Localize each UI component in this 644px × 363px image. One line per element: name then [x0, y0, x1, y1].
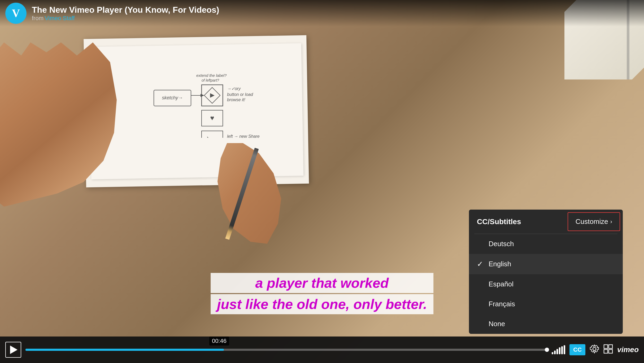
video-from: from Vimeo Staff [32, 15, 219, 22]
svg-text:→✓ory: →✓ory [227, 86, 241, 91]
video-title: The New Vimeo Player (You Know, For Vide… [32, 5, 219, 15]
author-link[interactable]: Vimeo Staff [45, 15, 75, 21]
cc-option-label-english: English [489, 260, 511, 268]
cc-option-deutsch[interactable]: Deutsch [469, 234, 623, 254]
controls-bar: 00:46 CC [0, 337, 644, 363]
play-button[interactable] [5, 342, 21, 358]
cc-option-label-espanol: Español [489, 280, 514, 288]
settings-button[interactable] [590, 344, 599, 356]
customize-button[interactable]: Customize › [568, 212, 620, 231]
title-area: The New Vimeo Player (You Know, For Vide… [32, 5, 219, 22]
cc-option-none[interactable]: None [469, 314, 623, 334]
svg-text:browse it!: browse it! [227, 98, 245, 102]
progress-bar[interactable]: 00:46 [25, 349, 547, 351]
cc-button[interactable]: CC [569, 344, 585, 355]
subtitle-line-2: just like the old one, only better. [211, 294, 433, 314]
cc-button-label: CC [573, 346, 582, 353]
vol-bar-1 [552, 352, 553, 354]
check-icon: ✓ [477, 260, 484, 268]
time-badge: 00:46 [209, 337, 229, 346]
cc-title: CC/Subtitles [469, 211, 565, 232]
svg-rect-19 [604, 345, 608, 348]
svg-rect-20 [609, 345, 612, 348]
cc-option-francais[interactable]: Français [469, 294, 623, 314]
play-icon [10, 346, 18, 354]
svg-text:of leftpart?: of leftpart? [202, 78, 219, 82]
cc-option-english[interactable]: ✓ English [469, 254, 623, 274]
svg-rect-22 [609, 349, 612, 353]
customize-label: Customize [576, 218, 608, 226]
fullscreen-button[interactable] [603, 344, 613, 356]
svg-point-18 [593, 347, 596, 351]
progress-scrubber[interactable] [545, 348, 549, 352]
gear-icon [590, 344, 599, 354]
cc-header: CC/Subtitles Customize › [469, 210, 623, 234]
cc-option-label-none: None [489, 320, 505, 328]
vimeo-watermark: vimeo [617, 346, 639, 354]
subtitle-container: a player that worked just like the old o… [211, 273, 433, 315]
chevron-right-icon: › [610, 218, 612, 225]
cc-option-espanol[interactable]: Español [469, 274, 623, 294]
svg-text:▶: ▶ [210, 92, 215, 98]
svg-rect-21 [604, 349, 608, 353]
svg-text:extend the label?: extend the label? [196, 73, 227, 78]
cc-subtitles-dropdown: CC/Subtitles Customize › Deutsch ✓ Engli… [469, 210, 623, 334]
svg-marker-6 [201, 94, 204, 97]
vol-bar-6 [564, 345, 565, 354]
svg-text:left → new Share: left → new Share [227, 134, 260, 138]
vimeo-v-icon: V [12, 7, 20, 20]
subtitle-line-1: a player that worked [211, 273, 433, 293]
cc-option-label-deutsch: Deutsch [489, 240, 514, 248]
vol-bar-5 [561, 346, 563, 354]
svg-rect-12 [202, 131, 223, 138]
vol-bar-2 [554, 351, 556, 354]
from-label: from [32, 15, 43, 21]
svg-text:♥: ♥ [210, 114, 214, 122]
vol-bar-3 [556, 349, 558, 354]
progress-filled [25, 349, 224, 351]
svg-text:✈: ✈ [206, 136, 210, 138]
vol-bar-4 [559, 347, 560, 354]
video-container: sketchy→ ▶ →✓ory button or load browse i… [0, 0, 644, 363]
cc-option-label-francais: Français [489, 300, 515, 308]
volume-control[interactable] [552, 345, 565, 354]
grid-icon [603, 344, 613, 354]
top-bar: V The New Vimeo Player (You Know, For Vi… [0, 0, 644, 26]
vimeo-logo: V [5, 3, 27, 24]
sketch-diagram: sketchy→ ▶ →✓ory button or load browse i… [149, 58, 308, 138]
svg-text:button or load: button or load [227, 92, 253, 97]
svg-text:sketchy→: sketchy→ [162, 95, 183, 100]
